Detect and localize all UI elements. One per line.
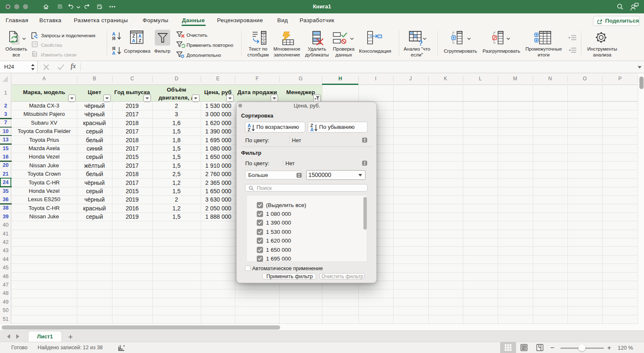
- svg-text:А: А: [132, 38, 135, 43]
- svg-text:A: A: [310, 127, 314, 132]
- svg-text:Z: Z: [138, 38, 141, 43]
- svg-text:?: ?: [419, 40, 423, 46]
- svg-text:Z: Z: [248, 127, 250, 132]
